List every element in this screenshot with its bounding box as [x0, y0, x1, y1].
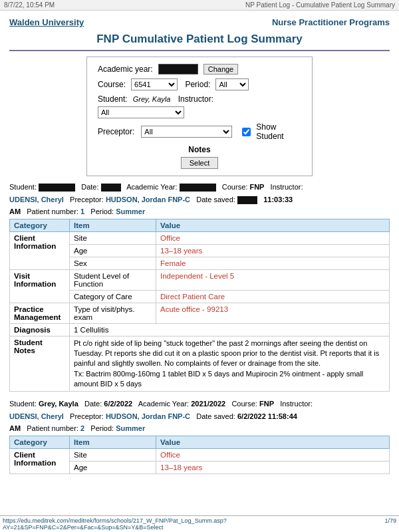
- r2-col-value: Value: [156, 436, 390, 448]
- item-sex: Sex: [70, 257, 156, 269]
- student-label: Student:: [98, 94, 128, 104]
- r1-date-saved-label: Date saved:: [196, 196, 235, 203]
- browser-page-title: NP Patient Log - Cumulative Patient Log …: [245, 1, 395, 9]
- r2-date-saved-value: 6/2/2022 11:58:44: [237, 412, 297, 420]
- val-age: 13–18 years: [156, 244, 390, 257]
- footer-url: https://edu.meditrek.com/meditrek/forms/…: [3, 517, 384, 531]
- r1-date-saved-time: 11:03:33: [263, 196, 293, 203]
- r2-patient-num: 2: [80, 424, 84, 432]
- r1-patient-num: 1: [80, 207, 84, 215]
- r1-course-value: FNP: [249, 183, 264, 191]
- r2-col-category: Category: [10, 436, 70, 448]
- table-row: ClientInformation Site Office: [10, 448, 390, 461]
- cat-practice-mgmt: PracticeManagement: [10, 303, 70, 323]
- show-student-checkbox[interactable]: [242, 128, 251, 136]
- r2-cat-client-info: ClientInformation: [10, 448, 70, 473]
- period-select[interactable]: All: [215, 78, 249, 90]
- r2-date-value: 6/2/2022: [104, 400, 132, 408]
- course-select[interactable]: 6541: [131, 78, 178, 90]
- r2-student-label: Student:: [9, 400, 37, 408]
- r1-ay-label: Academic Year:: [126, 183, 177, 191]
- record1-am-line: AM Patient number: 1 Period: Summer: [9, 206, 390, 217]
- r2-ay-label: Academic Year:: [138, 400, 189, 408]
- title-divider: [9, 50, 390, 51]
- r2-course-value: FNP: [259, 400, 274, 408]
- item-age: Age: [70, 244, 156, 257]
- record1-table: Category Item Value ClientInformation Si…: [9, 219, 390, 392]
- val-care: Direct Patient Care: [156, 290, 390, 303]
- r1-instructor-label: Instructor:: [271, 183, 303, 191]
- form-box: Academic year: Change Course: 6541 Perio…: [86, 57, 313, 176]
- course-label: Course:: [98, 80, 126, 89]
- item-care: Category of Care: [70, 290, 156, 303]
- r2-period-value: Summer: [116, 424, 145, 432]
- val-diagnosis: 1 Cellulitis: [70, 323, 390, 336]
- instructor-select[interactable]: All: [98, 106, 184, 118]
- student-value: Grey, Kayla: [133, 95, 171, 103]
- record2-student-info: Student: Grey, Kayla Date: 6/2/2022 Acad…: [9, 398, 390, 410]
- record2-instructor-line: UDENSI, Cheryl Preceptor: HUDSON, Jordan…: [9, 411, 390, 422]
- col-item: Item: [70, 219, 156, 231]
- preceptor-select[interactable]: All: [141, 126, 232, 138]
- table-row: Diagnosis 1 Cellulitis: [10, 323, 390, 336]
- r2-preceptor-value: HUDSON, Jordan FNP-C: [106, 412, 190, 420]
- col-category: Category: [10, 219, 70, 231]
- instructor-form-label: Instructor:: [178, 94, 213, 104]
- r2-am-pm: AM: [9, 424, 21, 432]
- r1-course-label: Course:: [222, 183, 248, 191]
- r2-course-label: Course:: [231, 400, 257, 408]
- r1-date-label: Date:: [81, 183, 98, 191]
- r1-ay-hidden: [180, 184, 216, 192]
- r2-item-age: Age: [70, 461, 156, 473]
- cat-diagnosis: Diagnosis: [10, 323, 70, 336]
- r1-student-label: Student:: [9, 183, 37, 191]
- table-row: VisitInformation Student Level of Functi…: [10, 269, 390, 290]
- r2-val-age: 13–18 years: [156, 461, 390, 473]
- r2-ay-value: 2021/2022: [191, 400, 225, 408]
- r1-preceptor-label: Preceptor:: [70, 196, 104, 203]
- col-value: Value: [156, 219, 390, 231]
- footer-bar: https://edu.meditrek.com/meditrek/forms/…: [0, 515, 399, 532]
- notes-title: Notes: [98, 145, 301, 154]
- site-header: Walden University Nurse Practitioner Pro…: [9, 13, 390, 30]
- cat-visit-info: VisitInformation: [10, 269, 70, 303]
- preceptor-show-row: Preceptor: All Show Student: [98, 122, 301, 141]
- r2-preceptor-label: Preceptor:: [70, 412, 104, 420]
- cat-client-info: ClientInformation: [10, 231, 70, 269]
- browser-bar: 8/7/22, 10:54 PM NP Patient Log - Cumula…: [0, 0, 399, 11]
- r1-am-pm: AM: [9, 207, 21, 215]
- walden-university-link[interactable]: Walden University: [9, 17, 84, 27]
- select-button[interactable]: Select: [181, 157, 219, 169]
- table-row: PracticeManagement Type of visit/phys. e…: [10, 303, 390, 323]
- record2-table: Category Item Value ClientInformation Si…: [9, 436, 390, 474]
- r1-preceptor-value: HUDSON, Jordan FNP-C: [106, 196, 190, 203]
- val-sex: Female: [156, 257, 390, 269]
- show-student-label: Show Student: [256, 122, 299, 141]
- r1-student-name-hidden: [39, 184, 75, 192]
- course-period-row: Course: 6541 Period: All: [98, 78, 301, 90]
- val-student-notes: Pt c/o right side of lip being "stuck to…: [70, 336, 390, 392]
- r1-date-saved-hidden: [237, 196, 257, 204]
- r2-date-label: Date:: [84, 400, 102, 408]
- period-label: Period:: [185, 80, 210, 89]
- record2-am-line: AM Patient number: 2 Period: Summer: [9, 423, 390, 434]
- table-row: StudentNotes Pt c/o right side of lip be…: [10, 336, 390, 392]
- r1-period-label: Period:: [90, 207, 114, 215]
- table-row: ClientInformation Site Office: [10, 231, 390, 244]
- r1-date-hidden: [101, 184, 121, 192]
- r2-date-saved-label: Date saved:: [196, 412, 235, 420]
- val-visit-type: Acute office - 99213: [156, 303, 390, 323]
- r2-col-item: Item: [70, 436, 156, 448]
- cat-student-notes: StudentNotes: [10, 336, 70, 392]
- page-content: Walden University Nurse Practitioner Pro…: [0, 11, 399, 487]
- record1-student-info: Student: Date: Academic Year: Course: FN…: [9, 182, 390, 193]
- academic-year-input[interactable]: [158, 64, 198, 74]
- change-button[interactable]: Change: [203, 64, 239, 74]
- academic-year-row: Academic year: Change: [98, 64, 301, 74]
- r2-item-site: Site: [70, 448, 156, 461]
- browser-datetime: 8/7/22, 10:54 PM: [4, 1, 55, 9]
- r2-val-site: Office: [156, 448, 390, 461]
- r1-patient-num-label: Patient number:: [27, 207, 78, 215]
- r1-instructor-value: UDENSI, Cheryl: [9, 196, 64, 203]
- r2-instructor-value: UDENSI, Cheryl: [9, 412, 64, 420]
